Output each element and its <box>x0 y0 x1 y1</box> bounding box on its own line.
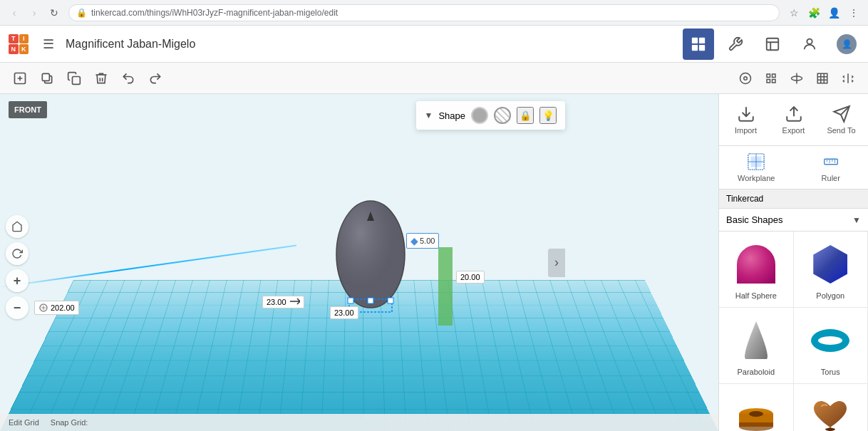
logo-k: K <box>19 44 29 54</box>
dimension-23a: 23.00 <box>262 296 304 308</box>
shape-item-polygon[interactable]: Polygon <box>794 232 869 308</box>
second-toolbar <box>0 63 868 94</box>
svg-rect-8 <box>42 73 49 81</box>
address-bar[interactable]: 🔒 tinkercad.com/things/iWhH03rJyzF-magni… <box>68 4 780 21</box>
reload-button[interactable]: ↻ <box>46 4 63 21</box>
half-sphere-label: Half Sphere <box>735 291 777 300</box>
shape-dropdown-arrow[interactable]: ▼ <box>425 110 433 120</box>
svg-point-10 <box>740 73 751 83</box>
export-label: Export <box>782 126 805 135</box>
shape-label: Shape <box>438 110 465 121</box>
view-label-text: FRONT <box>9 101 47 118</box>
bottom-bar: Edit Grid Snap Grid: <box>0 414 718 431</box>
heart-icon <box>809 395 852 431</box>
shape-item-tube[interactable]: Tube <box>719 384 794 431</box>
fit-view-button[interactable] <box>760 67 782 90</box>
polygon-label: Polygon <box>816 291 844 300</box>
toolbar-right: 👤 <box>683 28 862 60</box>
new-shape-button[interactable] <box>9 67 31 90</box>
tinkercad-label: Tinkercad <box>726 194 763 204</box>
avatar-button[interactable]: 👤 <box>831 28 862 60</box>
polygon-icon <box>809 243 852 286</box>
workplane-button[interactable]: Workplane <box>719 146 794 189</box>
zoom-in-btn[interactable]: + <box>6 269 29 292</box>
svg-rect-24 <box>388 298 393 303</box>
top-toolbar: T I N K ☰ Magnificent Jaban-Migelo 👤 <box>0 26 868 63</box>
delete-button[interactable] <box>90 67 113 90</box>
category-bar[interactable]: Basic Shapes ▼ <box>719 209 868 232</box>
user-button[interactable] <box>794 28 825 60</box>
grid-button[interactable] <box>811 67 834 90</box>
duplicate-button[interactable] <box>36 67 58 90</box>
svg-rect-4 <box>767 38 779 50</box>
snap-grid-label: Snap Grid: <box>51 418 88 427</box>
svg-rect-42 <box>739 422 773 427</box>
svg-rect-13 <box>773 74 776 78</box>
main-content: FRONT + − <box>0 94 868 431</box>
category-label: Basic Shapes <box>726 214 848 225</box>
hamburger-button[interactable]: ☰ <box>37 33 60 56</box>
import-label: Import <box>735 126 757 135</box>
front-view-label[interactable]: FRONT <box>9 101 47 124</box>
paraboloid-label: Paraboloid <box>737 368 775 376</box>
logo[interactable]: T I N K <box>6 31 31 57</box>
browser-icons: ☆ 🧩 👤 ⋮ <box>785 4 862 21</box>
left-controls: + − <box>6 215 29 319</box>
files-button[interactable] <box>757 28 788 60</box>
browser-nav: ‹ › ↻ <box>6 4 63 21</box>
svg-rect-14 <box>767 79 770 83</box>
svg-rect-34 <box>824 159 837 164</box>
settings-button[interactable] <box>720 28 751 60</box>
svg-rect-9 <box>73 76 81 84</box>
lock-icon: 🔒 <box>76 8 87 18</box>
undo-button[interactable] <box>117 67 140 90</box>
home-icon-btn[interactable] <box>6 215 29 238</box>
home-view-button[interactable] <box>734 67 757 90</box>
orbit-button[interactable] <box>785 67 808 90</box>
zoom-out-btn[interactable]: − <box>6 296 29 319</box>
shapes-panel-button[interactable] <box>683 28 714 60</box>
shape-lock-button[interactable]: 🔒 <box>517 107 534 124</box>
bookmark-button[interactable]: ☆ <box>785 4 802 21</box>
rotate-icon-btn[interactable] <box>6 242 29 265</box>
export-button[interactable]: Export <box>773 100 815 140</box>
ruler-button[interactable]: Ruler <box>794 146 869 189</box>
logo-i: I <box>19 34 29 44</box>
dimension-20: 20.00 <box>456 271 485 284</box>
category-dropdown-icon[interactable]: ▼ <box>852 215 861 225</box>
back-button[interactable]: ‹ <box>6 4 23 21</box>
diamond-icon: ◆ <box>410 235 418 246</box>
nav-arrow-right[interactable]: › <box>548 249 565 277</box>
profile-button[interactable]: 👤 <box>825 4 842 21</box>
viewport[interactable]: FRONT + − <box>0 94 718 431</box>
mirror-button[interactable] <box>837 67 859 90</box>
hole-color-button[interactable] <box>494 107 511 124</box>
copy-button[interactable] <box>63 67 86 90</box>
workplane-ruler-bar: Workplane Ruler <box>719 146 868 189</box>
send-to-button[interactable]: Send To <box>820 100 862 140</box>
svg-point-5 <box>807 38 812 43</box>
logo-n: N <box>9 44 19 54</box>
solid-color-button[interactable] <box>471 107 488 124</box>
menu-button[interactable]: ⋮ <box>845 4 862 21</box>
forward-button[interactable]: › <box>26 4 43 21</box>
svg-rect-3 <box>699 44 705 50</box>
project-title: Magnificent Jaban-Migelo <box>66 38 677 51</box>
right-panel-actions: Import Export Send To <box>719 94 868 146</box>
shape-item-paraboloid[interactable]: Paraboloid <box>719 308 794 384</box>
dim-23b-value: 23.00 <box>334 308 354 317</box>
redo-button[interactable] <box>144 67 167 90</box>
shape-item-heart[interactable]: Heart <box>794 384 869 431</box>
dimension-23b: 23.00 <box>330 306 358 319</box>
import-button[interactable]: Import <box>725 100 767 140</box>
edit-grid-label[interactable]: Edit Grid <box>9 418 39 427</box>
dim-20-value: 20.00 <box>460 273 480 281</box>
svg-rect-0 <box>692 37 698 43</box>
dimension-202: 202.00 <box>34 301 79 315</box>
extension-button[interactable]: 🧩 <box>805 4 822 21</box>
dim-23a-value: 23.00 <box>267 298 286 306</box>
shape-info-button[interactable]: 💡 <box>539 107 557 124</box>
shape-item-torus[interactable]: Torus <box>794 308 869 384</box>
3d-object[interactable] <box>324 194 417 324</box>
shape-item-half-sphere[interactable]: Half Sphere <box>719 232 794 308</box>
